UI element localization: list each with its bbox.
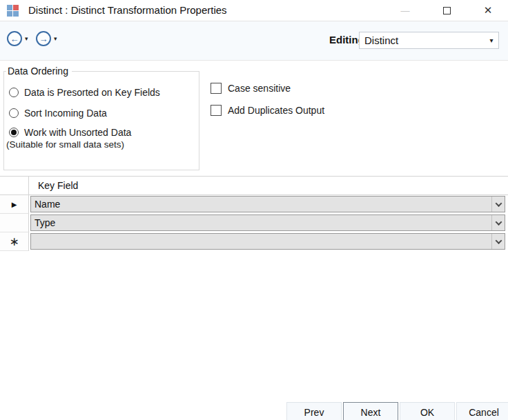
groupbox-title: Data Ordering [6, 66, 72, 77]
chevron-down-icon: ▾ [25, 35, 28, 42]
ok-button[interactable]: OK [400, 402, 455, 420]
window-title: Distinct : Distinct Transformation Prope… [28, 0, 227, 21]
minimize-button[interactable]: — [393, 0, 418, 21]
row-header[interactable] [0, 214, 29, 232]
radio-button-icon [9, 88, 19, 97]
app-icon-square-highlight [13, 5, 19, 10]
combobox-value: Type [31, 217, 491, 228]
maximize-icon [443, 7, 451, 14]
chevron-down-icon: ▾ [54, 35, 57, 42]
radio-button-selected-icon [9, 128, 19, 137]
checkbox-icon [211, 83, 222, 94]
editing-select-value: Distinct [360, 34, 485, 46]
close-button[interactable]: ✕ [476, 0, 500, 21]
forward-button[interactable]: → [36, 31, 51, 46]
prev-button[interactable]: Prev [286, 402, 342, 420]
key-field-combobox[interactable]: Name [30, 196, 505, 212]
combobox-dropdown-button[interactable] [491, 215, 505, 230]
title-bar: Distinct : Distinct Transformation Prope… [0, 0, 508, 21]
checkbox-label: Add Duplicates Output [228, 105, 324, 116]
key-field-combobox[interactable]: Type [30, 214, 505, 231]
chevron-down-icon [495, 200, 502, 207]
checkbox-label: Case sensitive [228, 83, 291, 94]
grid-header-row: Key Field [0, 177, 508, 195]
radio-label: Data is Presorted on Key Fields [24, 87, 160, 98]
app-icon-square [13, 11, 19, 17]
column-header-key-field: Key Field [29, 177, 508, 194]
radio-sort-incoming[interactable]: Sort Incoming Data [9, 107, 107, 119]
minimize-icon: — [401, 6, 410, 16]
navigation-toolbar: ← ▾ → ▾ Editing: Distinct ▾ [0, 21, 508, 61]
app-icon [7, 5, 19, 17]
app-icon-square [7, 11, 12, 17]
table-row: ▶ Name [0, 195, 508, 214]
chevron-down-icon [495, 237, 502, 244]
forward-dropdown-caret[interactable]: ▾ [54, 31, 57, 46]
radio-button-icon [9, 108, 19, 118]
row-header-current[interactable]: ▶ [0, 195, 29, 214]
chevron-down-icon [495, 219, 502, 226]
radio-presorted[interactable]: Data is Presorted on Key Fields [9, 86, 160, 99]
dialog-window: Distinct : Distinct Transformation Prope… [0, 0, 508, 420]
radio-work-unsorted[interactable]: Work with Unsorted Data [9, 126, 131, 139]
grid-corner-cell [0, 177, 29, 194]
groupbox-note: (Suitable for small data sets) [6, 139, 124, 150]
editing-select[interactable]: Distinct ▾ [359, 32, 499, 49]
maximize-button[interactable] [434, 0, 459, 21]
next-button[interactable]: Next [343, 402, 398, 420]
key-field-grid: Key Field ▶ Name Type [0, 176, 508, 251]
back-dropdown-caret[interactable]: ▾ [25, 31, 28, 46]
new-row-icon: ∗ [9, 236, 19, 248]
app-icon-square [7, 5, 12, 10]
cancel-button[interactable]: Cancel [456, 402, 508, 420]
back-button[interactable]: ← [7, 31, 22, 46]
forward-arrow-icon: → [39, 34, 48, 43]
radio-label: Work with Unsorted Data [24, 127, 131, 138]
current-row-icon: ▶ [12, 201, 17, 208]
checkbox-add-duplicates-output[interactable]: Add Duplicates Output [211, 104, 324, 117]
back-arrow-icon: ← [10, 34, 19, 43]
key-field-combobox[interactable] [30, 233, 505, 250]
row-header-new-row[interactable]: ∗ [0, 232, 29, 251]
combobox-value: Name [31, 199, 491, 210]
combobox-dropdown-button[interactable] [491, 234, 505, 249]
combobox-dropdown-button[interactable] [491, 197, 505, 212]
checkbox-case-sensitive[interactable]: Case sensitive [211, 82, 291, 94]
close-icon: ✕ [484, 4, 493, 17]
table-row: ∗ [0, 232, 508, 251]
table-row: Type [0, 214, 508, 232]
checkbox-icon [211, 105, 222, 116]
chevron-down-icon: ▾ [485, 37, 498, 44]
radio-label: Sort Incoming Data [24, 108, 107, 119]
